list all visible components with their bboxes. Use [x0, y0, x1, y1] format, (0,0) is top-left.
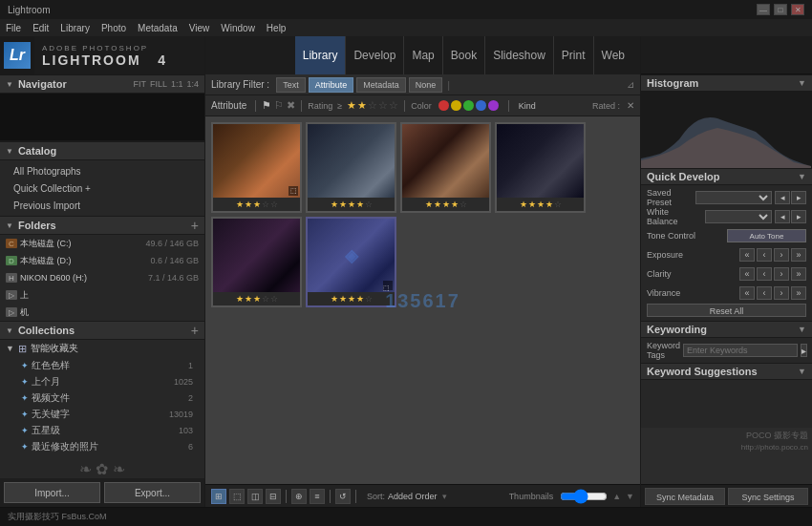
sort-value[interactable]: Added Order [388, 492, 438, 501]
qd-saved-preset-select[interactable] [695, 191, 772, 204]
module-develop[interactable]: Develop [345, 36, 403, 74]
histogram-section-header[interactable]: Histogram ▼ [641, 74, 812, 92]
photo-card-4[interactable]: ★★★★☆ [495, 122, 586, 213]
catalog-item-previous[interactable]: Previous Import [0, 197, 204, 214]
collection-item-red[interactable]: ✦ 红色色样 1 [0, 357, 204, 373]
folder-item-h[interactable]: H NIKON D600 (H:) 7.1 / 14.6 GB [0, 269, 204, 286]
grid-scroll-up-icon[interactable]: ▲ [612, 492, 621, 501]
export-button[interactable]: Export... [104, 482, 201, 503]
nav-fit[interactable]: FIT [133, 79, 146, 89]
menu-window[interactable]: Window [221, 23, 255, 33]
nav-fill[interactable]: FILL [150, 79, 167, 89]
filter-close-icon[interactable]: ✕ [627, 100, 634, 111]
keyword-tags-input[interactable] [683, 344, 798, 357]
module-map[interactable]: Map [403, 36, 441, 74]
loupe-view-icon[interactable]: ⬚ [229, 489, 245, 504]
qd-vibrance-dec[interactable]: ‹ [757, 286, 772, 300]
module-library[interactable]: Library [295, 36, 346, 74]
color-dot-purple[interactable] [488, 100, 499, 111]
menu-view[interactable]: View [189, 23, 210, 33]
filter-tab-text[interactable]: Text [276, 77, 306, 93]
module-book[interactable]: Book [442, 36, 484, 74]
collection-item-recentmod[interactable]: ✦ 最近修改的照片 6 [0, 438, 204, 454]
module-slideshow[interactable]: Slideshow [484, 36, 553, 74]
filter-tab-metadata[interactable]: Metadata [356, 77, 406, 93]
sync-settings-button[interactable]: Sync Settings [728, 488, 808, 505]
collection-item-lastmonth[interactable]: ✦ 上个月 1025 [0, 373, 204, 389]
photo-card-6[interactable]: ◈ ⬚ ★★★★☆ [306, 217, 396, 307]
qd-reset-all-button[interactable]: Reset All [647, 304, 806, 317]
qd-wb-prev[interactable]: ◂ [775, 210, 790, 223]
collections-section-header[interactable]: ▼ Collections + [0, 321, 204, 340]
qd-exp-inc[interactable]: › [774, 248, 789, 262]
qd-clarity-inc[interactable]: › [774, 267, 789, 281]
menu-help[interactable]: Help [267, 23, 287, 33]
qd-clarity-inc-lg[interactable]: » [791, 267, 806, 281]
star-4[interactable]: ☆ [378, 99, 388, 112]
menu-library[interactable]: Library [60, 23, 90, 33]
grid-view-icon[interactable]: ⊞ [211, 489, 226, 504]
qd-saved-preset-next[interactable]: ▸ [791, 191, 806, 204]
folder-item-shan[interactable]: ▷ 上 [0, 286, 204, 304]
catalog-item-quick[interactable]: Quick Collection + [0, 179, 204, 197]
color-dot-yellow[interactable] [451, 100, 461, 111]
sync-metadata-button[interactable]: Sync Metadata [645, 488, 725, 505]
flag-icon-unflag[interactable]: ⚐ [274, 99, 284, 112]
collection-group-smart[interactable]: ▼ ⊞ 智能收藏夹 [0, 340, 204, 357]
qd-saved-preset-prev[interactable]: ◂ [775, 191, 790, 204]
star-3[interactable]: ☆ [368, 99, 377, 112]
qd-auto-tone-button[interactable]: Auto Tone [727, 229, 806, 242]
navigator-section-header[interactable]: ▼ Navigator FIT FILL 1:1 1:4 [0, 74, 204, 94]
qd-exp-dec[interactable]: ‹ [757, 248, 772, 262]
flag-icon-pick[interactable]: ⚑ [262, 99, 271, 112]
photo-card-5[interactable]: ★★★☆☆ [211, 217, 302, 307]
qd-wb-select[interactable] [705, 210, 772, 223]
maximize-button[interactable]: □ [774, 4, 787, 15]
keyword-add-button[interactable]: ▸ [801, 344, 807, 357]
filter-expand-icon[interactable]: ⊿ [627, 79, 634, 90]
collections-add-button[interactable]: + [191, 323, 199, 338]
nav-1-4[interactable]: 1:4 [186, 79, 199, 89]
collection-item-nokeyword[interactable]: ✦ 无关键字 13019 [0, 406, 204, 422]
rotate-left-icon[interactable]: ↺ [335, 489, 351, 504]
folder-item-ji[interactable]: ▷ 机 [0, 304, 204, 321]
qd-exp-dec-lg[interactable]: « [739, 248, 755, 262]
minimize-button[interactable]: — [757, 4, 770, 15]
photo-card-2[interactable]: ★★★★☆ [306, 122, 396, 213]
folders-add-button[interactable]: + [191, 218, 199, 233]
photo-card-3[interactable]: ★★★★☆ [400, 122, 491, 213]
star-1[interactable]: ★ [347, 99, 356, 112]
star-2[interactable]: ★ [357, 99, 367, 112]
module-web[interactable]: Web [593, 36, 632, 74]
qd-vibrance-dec-lg[interactable]: « [739, 286, 755, 300]
menu-edit[interactable]: Edit [32, 23, 49, 33]
module-print[interactable]: Print [553, 36, 593, 74]
qd-vibrance-inc-lg[interactable]: » [791, 286, 806, 300]
star-5[interactable]: ☆ [389, 99, 398, 112]
folders-section-header[interactable]: ▼ Folders + [0, 216, 204, 235]
collection-item-video[interactable]: ✦ 视频文件 2 [0, 389, 204, 406]
menu-photo[interactable]: Photo [101, 23, 126, 33]
collection-item-fivestar[interactable]: ✦ 五星级 103 [0, 422, 204, 438]
grid-scroll-down-icon[interactable]: ▼ [626, 492, 634, 501]
nav-1-1[interactable]: 1:1 [171, 79, 183, 89]
qd-exp-inc-lg[interactable]: » [791, 248, 806, 262]
thumbnail-size-slider[interactable] [560, 493, 608, 500]
close-button[interactable]: ✕ [791, 4, 804, 15]
import-button[interactable]: Import... [4, 482, 100, 503]
folder-item-d[interactable]: D 本地磁盘 (D:) 0.6 / 146 GB [0, 252, 204, 269]
qd-vibrance-inc[interactable]: › [774, 286, 789, 300]
catalog-item-all[interactable]: All Photographs [0, 162, 204, 179]
catalog-section-header[interactable]: ▼ Catalog [0, 141, 204, 160]
compare-view-icon[interactable]: ◫ [247, 489, 263, 504]
quick-develop-section-header[interactable]: Quick Develop ▼ [641, 168, 812, 185]
color-dot-green[interactable] [463, 100, 474, 111]
qd-clarity-dec[interactable]: ‹ [757, 267, 772, 281]
folder-item-c[interactable]: C 本地磁盘 (C:) 49.6 / 146 GB [0, 235, 204, 252]
qd-clarity-dec-lg[interactable]: « [739, 267, 755, 281]
color-dot-blue[interactable] [476, 100, 486, 111]
qd-wb-next[interactable]: ▸ [791, 210, 806, 223]
menu-metadata[interactable]: Metadata [138, 23, 178, 33]
spray-tool-icon[interactable]: ⊕ [291, 489, 307, 504]
keywording-section-header[interactable]: Keywording ▼ [641, 321, 812, 338]
